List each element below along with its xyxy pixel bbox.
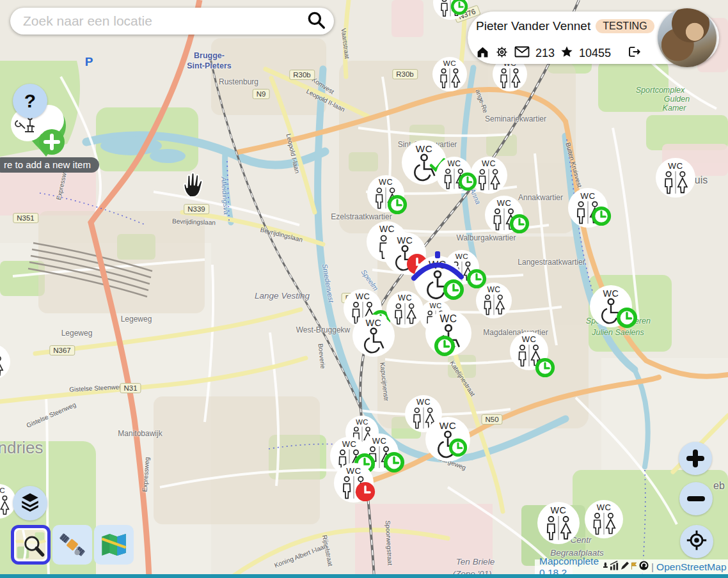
svg-text:WC: WC [551, 505, 567, 515]
community-icon[interactable] [639, 561, 649, 573]
map-label: Annakwartier [518, 193, 563, 202]
map-label: Afleidingsva [220, 176, 230, 215]
svg-text:WC: WC [439, 420, 456, 431]
svg-text:WC: WC [379, 178, 393, 187]
map-label: Katelijnestraat [448, 359, 477, 397]
mail-icon[interactable] [514, 46, 530, 60]
map-marker-toilet-pair[interactable]: WC [485, 196, 523, 234]
testing-badge: TESTING [596, 19, 654, 33]
map-marker-toilet-pair[interactable]: WC [436, 157, 472, 192]
map-label: P [85, 55, 93, 69]
road-shield: N31 [120, 383, 141, 393]
add-item-tooltip: re to add a new item [0, 157, 99, 173]
avatar[interactable] [658, 8, 716, 67]
map-label: Boeverie [317, 343, 326, 369]
home-icon[interactable] [476, 45, 489, 61]
attribution-icons [601, 561, 649, 574]
map-label: Langestraatkwartier [518, 258, 585, 267]
map-marker-toilet-pair[interactable]: WC [568, 188, 608, 228]
opening-hours-badge-open [450, 0, 468, 15]
map-label: Gulden [664, 95, 690, 104]
satellite-icon [58, 530, 87, 559]
map-marker-toilet-wheelchair[interactable]: WC [425, 417, 470, 462]
map-label: Gistelse Steenweg [26, 401, 77, 429]
layers-button[interactable] [13, 486, 47, 520]
map-label: Rustenburg [219, 77, 258, 86]
road-shield: N339 [184, 204, 209, 214]
map-label: Gistelse Steenweg [69, 383, 123, 393]
opening-hours-badge-open [448, 438, 468, 457]
user-name: Pieter Vander Vennet [476, 19, 590, 33]
help-button[interactable]: ? [13, 84, 47, 118]
svg-text:WC: WC [580, 191, 595, 201]
search-input[interactable] [22, 13, 306, 29]
map-marker-toilet-pair[interactable]: WC [0, 344, 10, 380]
opening-hours-badge-open [509, 214, 530, 234]
svg-text:WC: WC [416, 143, 432, 154]
hand-cursor-icon [180, 170, 205, 198]
svg-text:WC: WC [372, 436, 387, 446]
opening-hours-badge-open [443, 279, 464, 301]
svg-text:WC: WC [342, 439, 357, 449]
translation-icon[interactable] [630, 561, 638, 574]
map-marker-toilet-pair[interactable]: WC [537, 502, 580, 544]
opening-hours-badge-open [458, 172, 477, 191]
attribution-osm-link[interactable]: OpenStreetMap [656, 561, 726, 573]
opening-hours-badge-open [383, 451, 405, 473]
map-marker-toilet-pair[interactable]: WC [386, 291, 423, 328]
map-label: Seminariekwartier [485, 114, 546, 123]
logout-icon[interactable] [626, 45, 641, 61]
star-icon [560, 45, 573, 61]
pencil-icon[interactable] [620, 561, 629, 574]
background-option-map[interactable] [11, 525, 51, 565]
zoom-in-button[interactable] [679, 442, 712, 475]
background-option-satellite[interactable] [52, 525, 92, 565]
folded-map-icon [99, 530, 129, 559]
background-option-map-style[interactable] [94, 525, 134, 565]
statistics-icon[interactable] [601, 561, 609, 574]
layers-icon [19, 491, 41, 515]
geolocate-button[interactable] [680, 525, 713, 558]
svg-text:WC: WC [522, 334, 537, 344]
messages-count: 213 [535, 47, 555, 60]
svg-text:WC: WC [346, 466, 361, 476]
opening-hours-badge-open [535, 357, 555, 378]
map-marker-toilet-pair[interactable]: WC [433, 0, 468, 20]
map-label: Lange Vesting [255, 291, 310, 301]
opening-hours-badge-closed [354, 481, 376, 503]
svg-text:WC: WC [356, 418, 368, 426]
map-marker-toilet-pair[interactable]: WC [367, 175, 404, 212]
opening-hours-badge-open [616, 307, 638, 329]
osm-map-icon [15, 529, 47, 561]
attribution-bar: Mapcomplete 0.18.2 | OpenStreetMap [535, 559, 728, 574]
map-marker-toilet-pair[interactable]: WC [432, 57, 467, 91]
map-marker-toilet-pair[interactable]: WC [656, 158, 695, 198]
map-marker-toilet-pair[interactable]: WC [476, 283, 512, 318]
map-label: eb [713, 480, 725, 492]
svg-text:WC: WC [443, 59, 456, 67]
zoom-out-button[interactable] [679, 482, 713, 515]
map-label: Manitobawijk [118, 429, 162, 438]
search-icon[interactable] [306, 10, 326, 33]
svg-text:WC: WC [366, 318, 382, 328]
road-shield: N351 [13, 213, 38, 223]
map-marker-toilet-pair[interactable]: WC [510, 332, 548, 370]
crosshair-icon [685, 529, 708, 554]
map-label: ndries [0, 438, 43, 458]
gear-icon[interactable] [495, 45, 509, 61]
map-marker-toilet-wheelchair[interactable]: WC [590, 285, 632, 327]
map-label: Kamer [663, 104, 686, 113]
map-marker-toilet-wheelchair[interactable]: WC [425, 310, 471, 356]
map-label: Ezelstraatkwartier [331, 212, 392, 221]
map-label: ange-Re [474, 88, 489, 114]
chart-icon[interactable] [610, 561, 619, 574]
map-marker-toilet-pair[interactable]: WC [585, 500, 623, 538]
map-label: Bevrijdingslaan [172, 217, 216, 226]
map-label: Vaartstraat [340, 27, 351, 59]
map-label: Legeweg [121, 315, 152, 324]
map-marker-toilet-pair[interactable]: WC [334, 463, 374, 503]
svg-text:WC: WC [416, 398, 431, 407]
map-label: Legeweg [61, 329, 93, 338]
map-label: Buiten Kruisvest [564, 142, 583, 189]
map-label: Spoorwegstraat [384, 520, 394, 566]
